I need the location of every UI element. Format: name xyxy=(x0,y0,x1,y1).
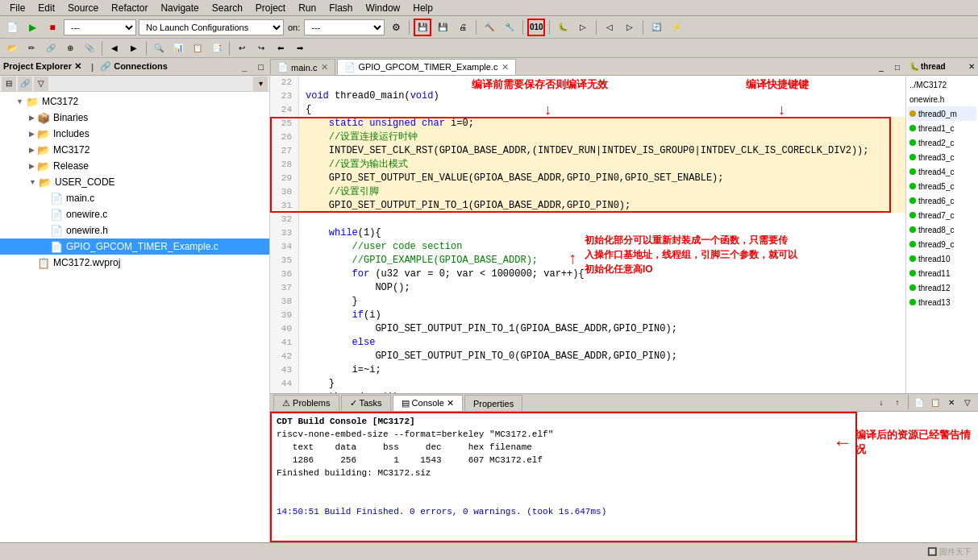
sidebar-filter[interactable]: ▽ xyxy=(34,77,48,91)
build-btn1[interactable]: 🔨 xyxy=(481,19,498,36)
tab-tasks[interactable]: ✓ Tasks xyxy=(341,395,391,411)
save-all-button[interactable]: 💾 xyxy=(434,19,452,36)
sidebar-menu[interactable]: ▾ xyxy=(253,77,268,91)
build-btn2[interactable]: 🔧 xyxy=(501,19,518,36)
console-btn4[interactable]: ▽ xyxy=(960,395,975,409)
t2-btn6[interactable]: ◀ xyxy=(106,39,123,57)
tree-item-user-code[interactable]: ▼ 📂 USER_CODE xyxy=(0,174,269,190)
menu-project[interactable]: Project xyxy=(249,1,292,15)
stop-button[interactable]: ■ xyxy=(44,19,61,36)
menu-flash[interactable]: Flash xyxy=(323,1,359,15)
thread-thread4[interactable]: thread4_c xyxy=(908,164,976,179)
thread-thread2[interactable]: thread2_c xyxy=(908,135,976,150)
tab-gpio-example[interactable]: 📄 GPIO_GPCOM_TIMER_Example.c ✕ xyxy=(337,59,516,75)
console-btn3[interactable]: ✕ xyxy=(944,395,959,409)
tab-console[interactable]: ▤ Console ✕ xyxy=(393,395,463,411)
settings-button[interactable]: ⚙ xyxy=(387,19,405,36)
thread-thread6[interactable]: thread6_c xyxy=(908,193,976,208)
editor-min[interactable]: _ xyxy=(875,60,888,73)
sidebar-minimize[interactable]: _ xyxy=(239,61,249,73)
tab-problems[interactable]: ⚠ Problems xyxy=(273,395,339,411)
code-area[interactable]: 22 23 void thread0_main(void) xyxy=(270,76,905,393)
toolbar-main: 📄 ▶ ■ --- No Launch Configurations on: -… xyxy=(0,16,978,39)
bottom-tabs-left: ⚠ Problems ✓ Tasks ▤ Console ✕ Propertie… xyxy=(273,395,524,411)
menu-navigate[interactable]: Navigate xyxy=(154,1,205,15)
t2-btn14[interactable]: ⬅ xyxy=(272,39,289,57)
tree-item-onewire-c[interactable]: ▶ 📄 onewire.c xyxy=(0,206,269,222)
t2-btn9[interactable]: 📊 xyxy=(169,39,187,57)
extra-btn[interactable]: ⚡ xyxy=(668,19,685,36)
dropdown-on[interactable]: --- xyxy=(304,19,385,35)
tab-gpio-close[interactable]: ✕ xyxy=(501,62,509,73)
menu-source[interactable]: Source xyxy=(61,1,105,15)
t2-btn8[interactable]: 🔍 xyxy=(150,39,168,57)
page-container: File Edit Source Refactor Navigate Searc… xyxy=(0,0,978,560)
save-button[interactable]: 💾 xyxy=(414,19,431,36)
menu-search[interactable]: Search xyxy=(206,1,249,15)
thread-thread13[interactable]: thread13 xyxy=(908,295,976,309)
console-clear[interactable]: ↓ xyxy=(874,395,889,409)
thread-thread10[interactable]: thread10 xyxy=(908,251,976,266)
t2-btn4[interactable]: ⊕ xyxy=(61,39,79,57)
thread-thread8[interactable]: thread8_c xyxy=(908,222,976,237)
menu-run[interactable]: Run xyxy=(292,1,323,15)
menu-window[interactable]: Window xyxy=(360,1,407,15)
print-button[interactable]: 🖨 xyxy=(454,19,472,36)
menu-file[interactable]: File xyxy=(3,1,31,15)
thread-thread9[interactable]: thread9_c xyxy=(908,237,976,251)
tree-item-gpio-example[interactable]: ▶ 📄 GPIO_GPCOM_TIMER_Example.c xyxy=(0,239,269,255)
t2-btn13[interactable]: ↪ xyxy=(252,39,270,57)
launch-config-dropdown[interactable]: No Launch Configurations xyxy=(139,19,284,35)
t2-btn3[interactable]: 🔗 xyxy=(42,39,60,57)
t2-btn12[interactable]: ↩ xyxy=(233,39,251,57)
debug-btn1[interactable]: 🐛 xyxy=(554,19,572,36)
tab-properties[interactable]: Properties xyxy=(464,395,522,411)
t2-btn15[interactable]: ➡ xyxy=(291,39,309,57)
t2-btn5[interactable]: 📎 xyxy=(81,39,98,57)
menu-refactor[interactable]: Refactor xyxy=(105,1,154,15)
debug-btn2[interactable]: ▷ xyxy=(574,19,592,36)
run-button[interactable]: ▶ xyxy=(23,19,41,36)
t2-btn7[interactable]: ▶ xyxy=(125,39,143,57)
tree-item-release[interactable]: ▶ 📂 Release xyxy=(0,158,269,174)
tab-main-c-close[interactable]: ✕ xyxy=(321,62,328,73)
tab-main-c[interactable]: 📄 main.c ✕ xyxy=(270,59,335,75)
thread-thread1[interactable]: thread1_c xyxy=(908,121,976,135)
menu-edit[interactable]: Edit xyxy=(31,1,61,15)
tree-item-wvproj[interactable]: ▶ 📋 MC3172.wvproj xyxy=(0,255,269,271)
sidebar-collapse-all[interactable]: ⊟ xyxy=(2,77,16,91)
thread-thread11[interactable]: thread11 xyxy=(908,266,976,280)
console-btn2[interactable]: 📋 xyxy=(928,395,943,409)
refresh-btn[interactable]: 🔄 xyxy=(647,19,665,36)
thread-thread12[interactable]: thread12 xyxy=(908,280,976,295)
thread-thread7[interactable]: thread7_c xyxy=(908,208,976,222)
tree-item-binaries[interactable]: ▶ 📦 Binaries xyxy=(0,110,269,126)
tree-item-includes[interactable]: ▶ 📂 Includes xyxy=(0,126,269,142)
t2-btn2[interactable]: ✏ xyxy=(23,39,40,57)
back-button[interactable]: ◁ xyxy=(601,19,618,36)
thread-onewire[interactable]: onewire.h xyxy=(908,92,976,106)
t2-btn10[interactable]: 📋 xyxy=(189,39,206,57)
compile-button[interactable]: 010 xyxy=(527,19,545,36)
forward-button[interactable]: ▷ xyxy=(621,19,639,36)
editor-max[interactable]: □ xyxy=(891,60,904,73)
t2-btn1[interactable]: 📂 xyxy=(3,39,21,57)
right-panel-close[interactable]: ✕ xyxy=(968,62,975,71)
thread-thread5[interactable]: thread5_c xyxy=(908,179,976,193)
new-button[interactable]: 📄 xyxy=(3,19,21,36)
menu-help[interactable]: Help xyxy=(406,1,439,15)
sidebar-maximize[interactable]: □ xyxy=(256,61,266,73)
thread-thread3[interactable]: thread3_c xyxy=(908,150,976,164)
tree-item-main-c[interactable]: ▶ 📄 main.c xyxy=(0,190,269,206)
sidebar-link[interactable]: 🔗 xyxy=(18,77,32,91)
console-btn1[interactable]: 📄 xyxy=(912,395,926,409)
tree-item-onewire-h[interactable]: ▶ 📄 onewire.h xyxy=(0,222,269,239)
thread-thread0[interactable]: thread0_m xyxy=(908,106,976,121)
sidebar-connections[interactable]: 🔗 Connections xyxy=(100,61,168,72)
tree-item-mc3172-root[interactable]: ▼ 📁 MC3172 xyxy=(0,93,269,110)
t2-btn11[interactable]: 📑 xyxy=(208,39,226,57)
thread-mc3172[interactable]: ../MC3172 xyxy=(908,77,976,92)
console-scroll-lock[interactable]: ↑ xyxy=(890,395,905,409)
tree-item-mc3172-folder[interactable]: ▶ 📂 MC3172 xyxy=(0,142,269,158)
dropdown-left[interactable]: --- xyxy=(64,19,136,35)
